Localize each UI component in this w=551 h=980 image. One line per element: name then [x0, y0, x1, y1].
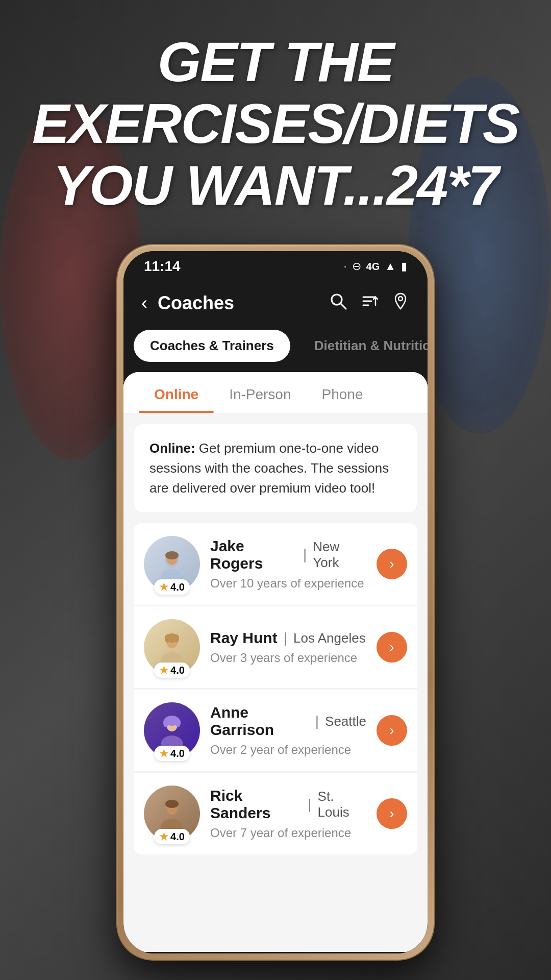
coach-name-line-rick: Rick Sanders | St. Louis [210, 787, 366, 822]
view-coach-ray-button[interactable]: › [377, 632, 407, 663]
coach-card-jake: ★ 4.0 Jake Rogers | New York Ov [134, 523, 417, 605]
coach-info-jake: Jake Rogers | New York Over 10 years of … [210, 537, 366, 591]
avatar-container-rick: ★ 4.0 [144, 786, 200, 842]
coach-name-line-jake: Jake Rogers | New York [210, 537, 366, 572]
avatar-container-ray: ★ 4.0 [144, 619, 200, 675]
separator: | [308, 796, 311, 813]
app-header: ‹ Coaches [123, 282, 428, 325]
coach-name-ray: Ray Hunt [210, 629, 278, 647]
subtab-phone[interactable]: Phone [307, 372, 379, 413]
coach-name-rick: Rick Sanders [210, 787, 302, 822]
coach-location-anne: Seattle [325, 714, 366, 729]
tab-dietitian[interactable]: Dietitian & Nutritionist [298, 330, 428, 362]
coach-experience-rick: Over 7 year of experience [210, 826, 366, 840]
avatar-container-jake: ★ 4.0 [144, 536, 200, 592]
svg-point-19 [163, 718, 168, 727]
main-content-area: Online In-Person Phone Online: Get premi… [123, 372, 428, 952]
status-time: 11:14 [144, 258, 181, 275]
search-icon[interactable] [329, 292, 347, 314]
coach-experience-jake: Over 10 years of experience [210, 576, 366, 591]
separator: | [303, 547, 307, 563]
phone-outer-shell: 11:14 · ⊖ 4G ▲ ▮ ‹ Coaches [117, 245, 434, 960]
signal-bars-icon: ▲ [385, 260, 396, 273]
coach-name-line-anne: Anne Garrison | Seattle [210, 704, 366, 739]
view-coach-anne-button[interactable]: › [377, 715, 407, 746]
view-coach-jake-button[interactable]: › [377, 549, 407, 579]
info-banner: Online: Get premium one-to-one video ses… [134, 424, 417, 513]
svg-point-20 [176, 718, 181, 727]
phone-mockup: 11:14 · ⊖ 4G ▲ ▮ ‹ Coaches [117, 245, 434, 960]
star-icon: ★ [159, 830, 168, 843]
info-text: Online: Get premium one-to-one video ses… [149, 438, 402, 498]
dot-icon: · [343, 260, 346, 273]
status-icons: · ⊖ 4G ▲ ▮ [343, 260, 407, 273]
svg-point-14 [165, 634, 170, 643]
coach-card-anne: ★ 4.0 Anne Garrison | Seattle O [134, 690, 417, 772]
page-title: Coaches [158, 292, 234, 314]
battery-icon: ▮ [401, 260, 407, 273]
back-button[interactable]: ‹ [141, 292, 147, 314]
phone-screen: 11:14 · ⊖ 4G ▲ ▮ ‹ Coaches [123, 251, 428, 953]
rating-badge-rick: ★ 4.0 [154, 829, 190, 844]
rating-badge-anne: ★ 4.0 [154, 746, 190, 761]
coach-experience-ray: Over 3 years of experience [210, 651, 366, 665]
tab-coaches-trainers[interactable]: Coaches & Trainers [134, 330, 290, 362]
svg-point-23 [165, 800, 179, 808]
coach-name-line-ray: Ray Hunt | Los Angeles [210, 629, 366, 647]
info-bold: Online: [149, 440, 195, 456]
svg-point-10 [165, 551, 179, 559]
sub-tabs: Online In-Person Phone [123, 372, 428, 413]
coach-info-ray: Ray Hunt | Los Angeles Over 3 years of e… [210, 629, 366, 665]
avatar-container-anne: ★ 4.0 [144, 702, 200, 758]
coach-location-rick: St. Louis [318, 789, 366, 820]
hero-section: GET THE EXERCISES/DIETS YOU WANT...24*7 [0, 31, 551, 216]
status-bar: 11:14 · ⊖ 4G ▲ ▮ [123, 251, 428, 282]
svg-point-15 [174, 634, 179, 643]
rating-badge-jake: ★ 4.0 [154, 579, 190, 595]
star-icon: ★ [159, 581, 168, 593]
coach-card-ray: ★ 4.0 Ray Hunt | Los Angeles Ov [134, 606, 417, 689]
header-actions [329, 292, 410, 314]
svg-line-1 [341, 304, 346, 309]
view-coach-rick-button[interactable]: › [377, 798, 407, 829]
star-icon: ★ [159, 664, 168, 676]
coach-info-rick: Rick Sanders | St. Louis Over 7 year of … [210, 787, 366, 840]
header-left: ‹ Coaches [141, 292, 234, 314]
location-pin-icon[interactable] [391, 292, 410, 314]
separator: | [284, 630, 287, 646]
rating-value-rick: 4.0 [170, 831, 185, 843]
subtab-in-person[interactable]: In-Person [214, 372, 306, 413]
coach-experience-anne: Over 2 year of experience [210, 743, 366, 757]
category-tabs: Coaches & Trainers Dietitian & Nutrition… [123, 325, 428, 372]
coaches-list: ★ 4.0 Jake Rogers | New York Ov [123, 513, 428, 865]
subtab-online[interactable]: Online [139, 372, 214, 413]
coach-card-rick: ★ 4.0 Rick Sanders | St. Louis [134, 773, 417, 854]
star-icon: ★ [159, 747, 168, 760]
rating-value-ray: 4.0 [170, 665, 185, 676]
dnd-icon: ⊖ [352, 260, 361, 273]
app-content: ‹ Coaches [123, 282, 428, 953]
signal-4g-label: 4G [366, 261, 380, 273]
rating-badge-ray: ★ 4.0 [154, 663, 190, 678]
coach-name-jake: Jake Rogers [210, 537, 297, 572]
svg-point-6 [398, 297, 403, 301]
rating-value-anne: 4.0 [170, 748, 185, 760]
hero-title: GET THE EXERCISES/DIETS YOU WANT...24*7 [31, 31, 520, 216]
rating-value-jake: 4.0 [170, 581, 185, 593]
sort-icon[interactable] [360, 292, 379, 314]
coach-info-anne: Anne Garrison | Seattle Over 2 year of e… [210, 704, 366, 757]
coach-location-jake: New York [313, 539, 366, 571]
coach-location-ray: Los Angeles [293, 630, 366, 646]
separator: | [315, 713, 319, 729]
coach-name-anne: Anne Garrison [210, 704, 309, 739]
